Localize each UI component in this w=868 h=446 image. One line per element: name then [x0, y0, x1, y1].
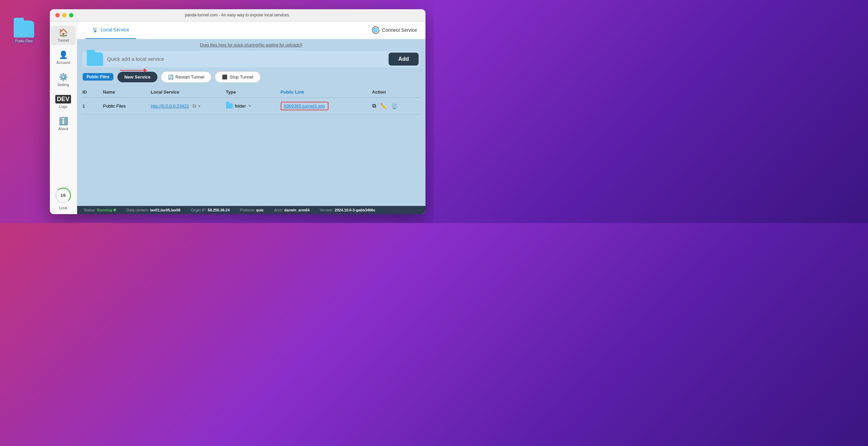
protocol-value: quic — [256, 208, 264, 212]
arch-label: Arch: — [274, 208, 283, 212]
account-icon: 👤 — [59, 51, 68, 59]
header-action: Action — [372, 89, 420, 95]
restart-icon: 🔄 — [168, 74, 173, 80]
local-service-link[interactable]: http://0.0.0.0:23422 — [151, 103, 189, 109]
sidebar-logs-label: Logs — [59, 104, 67, 109]
sidebar-item-setting[interactable]: ⚙️ Setting — [51, 70, 75, 89]
status-label: Status: — [84, 208, 96, 212]
service-table: ID Name Local Service Type Public Link A… — [83, 87, 420, 206]
row-local-service: http://0.0.0.0:23422 ⧉ ▼ — [151, 103, 226, 109]
status-protocol: Protocol: quic — [240, 208, 264, 212]
stop-icon: ⬛ — [222, 74, 227, 80]
main-window: panda-tunnel.com - An easy way to expose… — [50, 9, 425, 214]
protocol-label: Protocol: — [240, 208, 255, 212]
table-header: ID Name Local Service Type Public Link A… — [83, 87, 420, 98]
local-service-icon: 📡 — [92, 27, 98, 32]
info-icon: ℹ️ — [59, 117, 68, 126]
quick-add-bar: Quick add a local service Add — [83, 51, 420, 67]
traffic-lights — [55, 13, 73, 17]
status-running: Status: Running — [84, 208, 116, 212]
type-dropdown[interactable]: ▼ — [248, 104, 252, 108]
row-name: Public Files — [103, 103, 151, 109]
desktop-icon-label: Public Files — [14, 39, 34, 43]
sidebar-about-label: About — [58, 127, 68, 131]
folder-image — [14, 20, 34, 38]
status-bar: Status: Running Data centers: lax01,lax0… — [77, 206, 425, 214]
row-type: folder ▼ — [226, 103, 281, 109]
status-version: Version: 2024.10.0-3-gabb3466c — [320, 208, 375, 212]
limit-label: Limit — [59, 206, 67, 210]
arch-value: darwin_arm64 — [284, 208, 309, 212]
status-dot — [113, 209, 116, 211]
status-dc: Data centers: lax01,lax05,lax06 — [126, 208, 180, 212]
restart-label: Restart Tunnel — [176, 74, 205, 80]
ip-label: Origin IP: — [191, 208, 206, 212]
edit-action-icon[interactable]: ✏️ — [380, 103, 387, 109]
table-row: 1 Public Files http://0.0.0.0:23422 ⧉ ▼ … — [83, 98, 420, 115]
row-actions: ⧉ ✏️ 🗑️ — [372, 103, 420, 109]
new-service-button[interactable]: New Service — [117, 72, 157, 82]
type-label: folder — [235, 103, 246, 109]
sidebar-item-logs[interactable]: DEV Logs — [51, 92, 75, 111]
drag-hint: Drag files here for quick sharing(No wai… — [77, 39, 425, 51]
sidebar-item-about[interactable]: ℹ️ About — [51, 114, 75, 134]
action-buttons: New Service 🔄 Restart Tunnel ⬛ Stop Tunn… — [117, 71, 261, 83]
row-public-link: 8369365.tunnel1.win — [281, 102, 372, 110]
sidebar-account-label: Account — [56, 60, 70, 65]
dc-value: lax01,lax05,lax06 — [150, 208, 181, 212]
titlebar: panda-tunnel.com - An easy way to expose… — [50, 9, 425, 22]
stop-label: Stop Tunnel — [229, 74, 253, 80]
desktop-folder-icon[interactable]: Public Files — [14, 20, 34, 43]
sidebar: 🏠 Tunnel 👤 Account ⚙️ Setting DEV Logs ℹ… — [50, 22, 77, 214]
window-body: 🏠 Tunnel 👤 Account ⚙️ Setting DEV Logs ℹ… — [50, 22, 425, 214]
globe-icon: 🌐 — [372, 26, 379, 34]
tab-local-service[interactable]: 📡 Local Service — [85, 22, 136, 39]
folder-drop-area: Quick add a local service — [87, 52, 389, 66]
header-id: ID — [83, 89, 103, 95]
main-content: 📡 Local Service 🌐 Connect Service Drag f… — [77, 22, 425, 214]
sidebar-setting-label: Setting — [57, 83, 69, 87]
maximize-button[interactable] — [69, 13, 73, 17]
status-value: Running — [97, 208, 112, 212]
status-ip: Origin IP: 58.250.36.24 — [191, 208, 229, 212]
sidebar-tunnel-label: Tunnel — [57, 38, 69, 42]
folder-icon-large — [87, 52, 103, 66]
logs-icon: DEV — [55, 95, 71, 103]
minimize-button[interactable] — [62, 13, 67, 17]
version-label: Version: — [320, 208, 333, 212]
header-local-service: Local Service — [151, 89, 226, 95]
copy-action-icon[interactable]: ⧉ — [372, 103, 376, 109]
content-area: Drag files here for quick sharing(No wai… — [77, 39, 425, 206]
connect-service-label: Connect Service — [382, 27, 417, 33]
badge-row: Public Files New Service 🔄 Restart Tunne… — [83, 71, 420, 83]
window-title: panda-tunnel.com - An easy way to expose… — [185, 13, 290, 17]
public-files-badge: Public Files — [83, 73, 114, 81]
quick-add-placeholder: Quick add a local service — [107, 56, 389, 62]
header-name: Name — [103, 89, 151, 95]
home-icon: 🏠 — [59, 28, 68, 37]
gear-icon: ⚙️ — [59, 73, 68, 82]
local-service-dropdown[interactable]: ▼ — [197, 104, 201, 108]
close-button[interactable] — [55, 13, 60, 17]
public-link-value[interactable]: 8369365.tunnel1.win — [281, 102, 328, 110]
tab-bar: 📡 Local Service 🌐 Connect Service — [77, 22, 425, 39]
row-id: 1 — [83, 103, 103, 109]
restart-tunnel-button[interactable]: 🔄 Restart Tunnel — [161, 71, 212, 83]
delete-action-icon[interactable]: 🗑️ — [391, 103, 398, 109]
header-public-link: Public Link — [281, 89, 372, 95]
type-folder-icon — [226, 103, 233, 109]
header-type: Type — [226, 89, 281, 95]
dc-label: Data centers: — [126, 208, 149, 212]
sidebar-item-tunnel[interactable]: 🏠 Tunnel — [51, 26, 75, 45]
status-arch: Arch: darwin_arm64 — [274, 208, 310, 212]
sidebar-item-account[interactable]: 👤 Account — [51, 48, 75, 67]
version-value: 2024.10.0-3-gabb3466c — [335, 208, 375, 212]
connect-service-button[interactable]: 🌐 Connect Service — [372, 26, 417, 34]
add-button[interactable]: Add — [389, 53, 418, 66]
copy-local-service-icon[interactable]: ⧉ — [193, 103, 196, 109]
ip-value: 58.250.36.24 — [208, 208, 229, 212]
stop-tunnel-button[interactable]: ⬛ Stop Tunnel — [215, 71, 260, 83]
tab-local-service-label: Local Service — [101, 27, 129, 32]
limit-circle: 1/5 — [55, 187, 71, 203]
